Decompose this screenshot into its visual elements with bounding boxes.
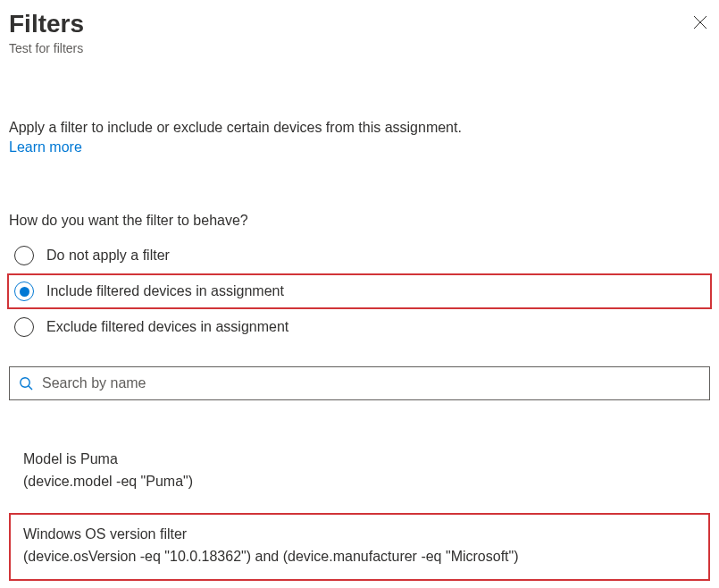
filter-item-name: Windows OS version filter <box>23 524 696 546</box>
close-button[interactable] <box>690 13 710 32</box>
radio-group: Do not apply a filterInclude filtered de… <box>9 238 710 345</box>
intro-text: Apply a filter to include or exclude cer… <box>9 118 710 138</box>
filter-item-0[interactable]: Model is Puma(device.model -eq "Puma") <box>11 443 708 500</box>
filter-item-name: Model is Puma <box>23 449 696 471</box>
radio-indicator[interactable] <box>14 317 34 337</box>
learn-more-link[interactable]: Learn more <box>9 139 82 155</box>
radio-label: Exclude filtered devices in assignment <box>46 319 288 335</box>
page-title: Filters <box>9 9 710 39</box>
svg-point-2 <box>21 378 29 387</box>
radio-indicator[interactable] <box>14 281 34 301</box>
search-icon <box>19 376 33 391</box>
behave-label: How do you want the filter to behave? <box>9 213 710 229</box>
search-field[interactable] <box>9 366 710 400</box>
filter-item-1[interactable]: Windows OS version filter(device.osVersi… <box>9 513 710 581</box>
filter-item-expression: (device.osVersion -eq "10.0.18362") and … <box>23 546 696 568</box>
filter-item-expression: (device.model -eq "Puma") <box>23 471 696 493</box>
page-subtitle: Test for filters <box>9 41 710 55</box>
svg-line-3 <box>29 386 32 390</box>
radio-option-0[interactable]: Do not apply a filter <box>9 238 710 273</box>
panel-header: Filters Test for filters <box>9 9 710 55</box>
filter-list: Model is Puma(device.model -eq "Puma")Wi… <box>9 443 710 580</box>
radio-label: Include filtered devices in assignment <box>46 283 284 299</box>
radio-indicator[interactable] <box>14 246 34 265</box>
close-icon <box>694 16 706 29</box>
search-input[interactable] <box>40 374 700 392</box>
radio-option-1[interactable]: Include filtered devices in assignment <box>7 273 712 309</box>
intro-section: Apply a filter to include or exclude cer… <box>9 118 710 158</box>
radio-label: Do not apply a filter <box>46 248 170 264</box>
radio-option-2[interactable]: Exclude filtered devices in assignment <box>9 309 710 345</box>
